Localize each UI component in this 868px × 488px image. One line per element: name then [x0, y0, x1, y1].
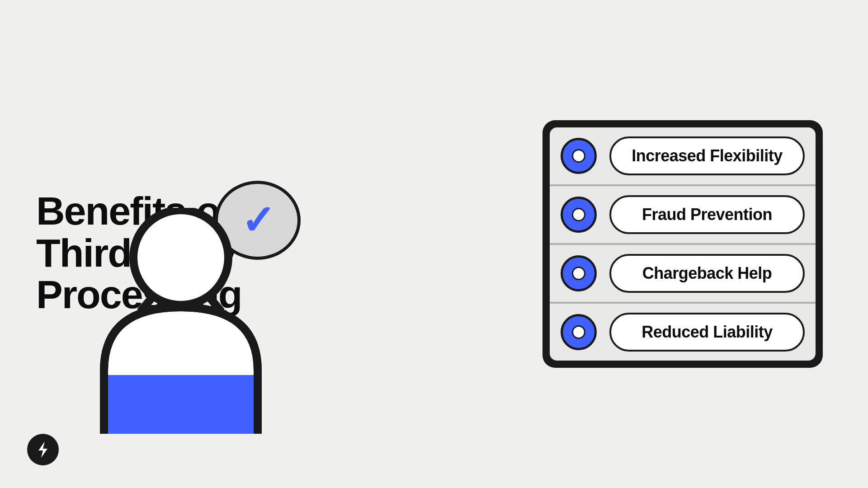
benefit-label-box-chargeback: Chargeback Help: [609, 254, 805, 293]
benefit-row-fraud: Fraud Prevention: [550, 186, 816, 245]
person-illustration: [81, 208, 280, 434]
benefit-label-box-fraud: Fraud Prevention: [609, 195, 805, 234]
benefit-icon-fraud: [561, 197, 597, 233]
benefit-row-chargeback: Chargeback Help: [550, 245, 816, 304]
benefit-label-liability: Reduced Liability: [642, 323, 773, 342]
benefit-icon-liability: [561, 314, 597, 350]
benefit-label-flexibility: Increased Flexibility: [632, 146, 783, 165]
logo-area: [27, 434, 59, 465]
benefit-label-chargeback: Chargeback Help: [642, 264, 772, 283]
benefit-icon-chargeback: [561, 255, 597, 291]
svg-marker-4: [38, 441, 47, 458]
svg-point-0: [133, 210, 228, 305]
benefit-row-liability: Reduced Liability: [550, 304, 816, 361]
figure-area: ✓: [81, 190, 280, 434]
left-section: Benefits of Third Party Processing ✓: [36, 27, 533, 461]
page-container: Benefits of Third Party Processing ✓: [0, 0, 868, 488]
benefit-label-box-flexibility: Increased Flexibility: [609, 136, 805, 175]
benefit-label-box-liability: Reduced Liability: [609, 313, 805, 352]
bolt-logo-icon: [34, 441, 52, 459]
right-section: Increased Flexibility Fraud Prevention C…: [533, 120, 832, 368]
benefit-row-flexibility: Increased Flexibility: [550, 127, 816, 186]
benefit-icon-flexibility: [561, 138, 597, 174]
benefits-container: Increased Flexibility Fraud Prevention C…: [542, 120, 823, 368]
svg-rect-1: [104, 375, 258, 434]
benefit-label-fraud: Fraud Prevention: [642, 205, 772, 224]
logo-circle: [27, 434, 59, 465]
